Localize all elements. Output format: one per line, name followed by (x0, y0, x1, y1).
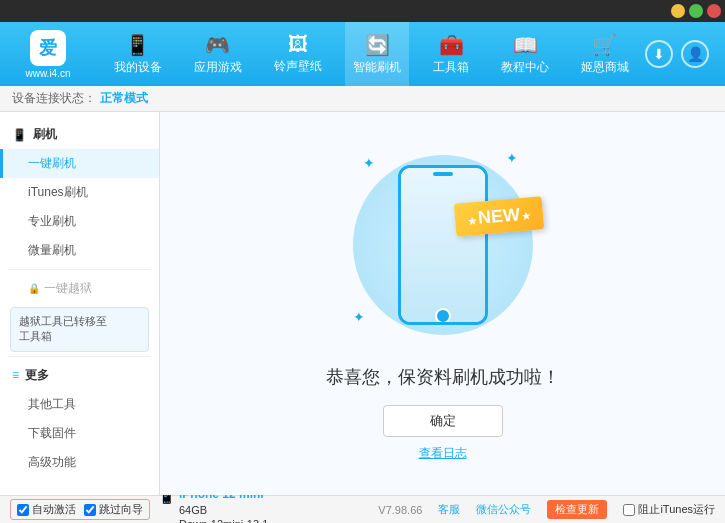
phone-speaker (433, 172, 453, 176)
sparkle-1-icon: ✦ (363, 155, 375, 171)
itunes-flash-label: iTunes刷机 (28, 185, 88, 199)
phone-body (398, 165, 488, 325)
user-button[interactable]: 👤 (681, 40, 709, 68)
sidebar-notice-text: 越狱工具已转移至 工具箱 (19, 315, 107, 342)
one-click-flash-label: 一键刷机 (28, 156, 76, 170)
download-firmware-label: 下载固件 (28, 426, 76, 440)
nav-items: 📱 我的设备 🎮 应用游戏 🖼 铃声壁纸 🔄 智能刷机 🧰 工具箱 📖 教程中心… (98, 22, 645, 86)
sidebar-divider-2 (8, 356, 151, 357)
more-section-icon: ≡ (12, 368, 19, 382)
device-storage: 64GB (179, 503, 268, 517)
maximize-button[interactable] (689, 4, 703, 18)
stop-itunes-label[interactable]: 阻止iTunes运行 (623, 502, 715, 517)
sidebar-item-itunes-flash[interactable]: iTunes刷机 (0, 178, 159, 207)
main-content: NEW ✦ ✦ ✦ 恭喜您，保资料刷机成功啦！ 确定 查看日志 (160, 112, 725, 495)
nav-wallpaper-label: 铃声壁纸 (274, 58, 322, 75)
checkbox-group: 自动激活 跳过向导 (10, 499, 150, 520)
nav-wallpaper[interactable]: 🖼 铃声壁纸 (266, 22, 330, 86)
auto-connect-checkbox-label[interactable]: 自动激活 (17, 502, 76, 517)
stop-itunes-text: 阻止iTunes运行 (638, 502, 715, 517)
logo-text: www.i4.cn (25, 68, 70, 79)
data-flash-label: 微量刷机 (28, 243, 76, 257)
main-layout: 📱 刷机 一键刷机 iTunes刷机 专业刷机 微量刷机 🔒 一键越狱 越狱工具… (0, 112, 725, 495)
version-text: V7.98.66 (378, 504, 422, 516)
download-button[interactable]: ⬇ (645, 40, 673, 68)
sidebar-item-data-flash[interactable]: 微量刷机 (0, 236, 159, 265)
sidebar-notice: 越狱工具已转移至 工具箱 (10, 307, 149, 352)
nav-apps[interactable]: 🎮 应用游戏 (186, 22, 250, 86)
nav-my-device[interactable]: 📱 我的设备 (106, 22, 170, 86)
bottom-right: V7.98.66 客服 微信公众号 检查更新 阻止iTunes运行 (378, 500, 715, 519)
check-update-button[interactable]: 检查更新 (547, 500, 607, 519)
nav-smart-flash-label: 智能刷机 (353, 59, 401, 76)
nav-toolbox-label: 工具箱 (433, 59, 469, 76)
close-button[interactable] (707, 4, 721, 18)
secondary-link[interactable]: 查看日志 (419, 445, 467, 462)
toolbox-icon: 🧰 (439, 33, 464, 57)
sidebar-section-more-label: 更多 (25, 367, 49, 384)
sidebar-section-flash: 📱 刷机 (0, 120, 159, 149)
nav-toolbox[interactable]: 🧰 工具箱 (425, 22, 477, 86)
sidebar-item-advanced[interactable]: 高级功能 (0, 448, 159, 477)
phone-illustration: NEW ✦ ✦ ✦ (343, 145, 543, 345)
sidebar-section-flash-label: 刷机 (33, 126, 57, 143)
status-bar: 设备连接状态： 正常模式 (0, 86, 725, 112)
nav-store[interactable]: 🛒 姬恩商城 (573, 22, 637, 86)
device-firmware: Down-12mini-13.1 (179, 517, 268, 523)
logo-icon: 爱 (30, 30, 66, 66)
sidebar-jailbreak-section: 🔒 一键越狱 (0, 274, 159, 303)
store-icon: 🛒 (592, 33, 617, 57)
phone-screen (401, 168, 485, 322)
sidebar-item-download-firmware[interactable]: 下载固件 (0, 419, 159, 448)
nav-smart-flash[interactable]: 🔄 智能刷机 (345, 22, 409, 86)
nav-my-device-label: 我的设备 (114, 59, 162, 76)
nav-tutorial[interactable]: 📖 教程中心 (493, 22, 557, 86)
header: 爱 www.i4.cn 📱 我的设备 🎮 应用游戏 🖼 铃声壁纸 🔄 智能刷机 … (0, 22, 725, 86)
game-icon: 🎮 (205, 33, 230, 57)
sidebar: 📱 刷机 一键刷机 iTunes刷机 专业刷机 微量刷机 🔒 一键越狱 越狱工具… (0, 112, 160, 495)
nav-store-label: 姬恩商城 (581, 59, 629, 76)
customer-service-link[interactable]: 客服 (438, 502, 460, 517)
minimize-button[interactable] (671, 4, 685, 18)
stop-itunes-checkbox[interactable] (623, 504, 635, 516)
skip-wizard-label: 跳过向导 (99, 502, 143, 517)
status-label: 设备连接状态： (12, 90, 96, 107)
wallpaper-icon: 🖼 (288, 33, 308, 56)
jailbreak-label: 一键越狱 (44, 280, 92, 297)
tutorial-icon: 📖 (513, 33, 538, 57)
lock-icon: 🔒 (28, 283, 40, 294)
pro-flash-label: 专业刷机 (28, 214, 76, 228)
skip-wizard-checkbox[interactable] (84, 504, 96, 516)
nav-right: ⬇ 👤 (645, 40, 709, 68)
other-tools-label: 其他工具 (28, 397, 76, 411)
sidebar-item-pro-flash[interactable]: 专业刷机 (0, 207, 159, 236)
sidebar-section-more: ≡ 更多 (0, 361, 159, 390)
sparkle-2-icon: ✦ (506, 150, 518, 166)
sparkle-3-icon: ✦ (353, 309, 365, 325)
bottom-bar: 自动激活 跳过向导 📱 iPhone 12 mini 64GB Down-12m… (0, 495, 725, 523)
sidebar-item-other-tools[interactable]: 其他工具 (0, 390, 159, 419)
advanced-label: 高级功能 (28, 455, 76, 469)
wechat-link[interactable]: 微信公众号 (476, 502, 531, 517)
phone-home-button (435, 308, 451, 324)
auto-connect-checkbox[interactable] (17, 504, 29, 516)
flash-section-icon: 📱 (12, 128, 27, 142)
sidebar-divider-1 (8, 269, 151, 270)
nav-apps-label: 应用游戏 (194, 59, 242, 76)
success-text: 恭喜您，保资料刷机成功啦！ (326, 365, 560, 389)
status-value: 正常模式 (100, 90, 148, 107)
confirm-button[interactable]: 确定 (383, 405, 503, 437)
nav-tutorial-label: 教程中心 (501, 59, 549, 76)
logo[interactable]: 爱 www.i4.cn (8, 29, 88, 79)
auto-connect-label: 自动激活 (32, 502, 76, 517)
sidebar-item-one-click-flash[interactable]: 一键刷机 (0, 149, 159, 178)
flash-icon: 🔄 (365, 33, 390, 57)
title-bar (0, 0, 725, 22)
skip-wizard-checkbox-label[interactable]: 跳过向导 (84, 502, 143, 517)
phone-icon: 📱 (125, 33, 150, 57)
